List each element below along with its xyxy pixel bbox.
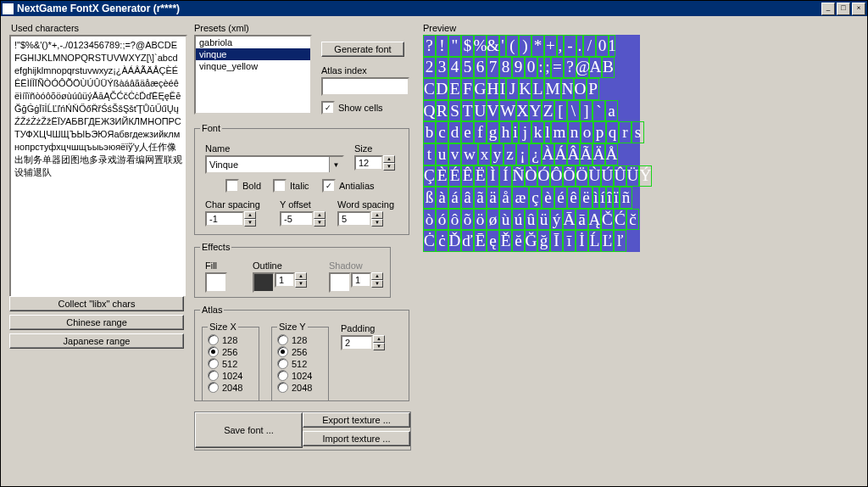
font-name-combo[interactable]: Vinque▼ [205, 155, 344, 174]
font-size-spinner[interactable]: 12 ▲▼ [354, 155, 395, 171]
sizex-1024[interactable]: 1024 [208, 370, 253, 381]
fill-color-swatch[interactable] [205, 272, 227, 293]
italic-checkbox[interactable]: Italic [273, 179, 309, 193]
atlas-cell: ¡ [516, 143, 529, 165]
atlas-index-slider[interactable] [321, 77, 409, 96]
presets-listbox[interactable]: gabriola vinque vinque_yellow [194, 35, 312, 115]
atlas-cell: i [512, 121, 519, 143]
atlas-cell: O [574, 78, 587, 100]
atlas-cell: õ [461, 209, 474, 231]
atlas-cell: ë [580, 187, 593, 209]
save-font-button[interactable]: Save font ... [195, 412, 303, 448]
char-spacing-spinner[interactable]: -1▲▼ [205, 211, 256, 227]
atlas-cell: Ù [588, 165, 601, 188]
shadow-size-spinner[interactable]: 1▲▼ [351, 272, 383, 288]
atlas-cell: e [461, 121, 474, 143]
sizex-group: Size X 128 256 512 1024 2048 [202, 322, 259, 401]
atlas-cell: t [423, 143, 436, 165]
atlas-cell: Ď [448, 230, 461, 252]
import-texture-button[interactable]: Import texture ... [303, 431, 410, 446]
sizey-1024[interactable]: 1024 [277, 370, 323, 381]
atlas-cell: , [557, 35, 564, 57]
presets-label: Presets (xml) [194, 23, 249, 33]
atlas-cell: 5 [461, 57, 474, 79]
chinese-range-button[interactable]: Chinese range [9, 315, 184, 330]
atlas-cell: j [519, 121, 531, 143]
outline-color-swatch[interactable] [253, 272, 275, 293]
atlas-cell: è [542, 187, 554, 209]
close-button[interactable]: × [852, 3, 865, 15]
sizey-128[interactable]: 128 [277, 334, 323, 345]
outline-size-spinner[interactable]: 1▲▼ [275, 272, 307, 288]
minimize-button[interactable]: _ [821, 3, 835, 15]
used-chars-textarea[interactable]: !"$%&'()*+,-./0123456789:;=?@ABCDEFGHIJK… [9, 35, 187, 298]
atlas-cell: x [478, 143, 491, 165]
y-offset-spinner[interactable]: -5▲▼ [280, 211, 326, 227]
atlas-cell: w [461, 143, 478, 165]
atlas-cell: î [606, 187, 613, 209]
atlas-cell: L [531, 78, 544, 100]
export-texture-button[interactable]: Export texture ... [303, 412, 410, 428]
atlas-cell: Č [601, 209, 614, 231]
atlas-cell: ç [529, 187, 542, 209]
atlas-cell: l [544, 121, 551, 143]
maximize-button[interactable]: □ [837, 3, 850, 15]
y-offset-label: Y offset [280, 199, 311, 210]
word-spacing-spinner[interactable]: 5▲▼ [337, 211, 383, 227]
padding-label: Padding [341, 323, 375, 333]
atlas-cell: À [542, 143, 554, 165]
preset-item-selected[interactable]: vinque [196, 48, 310, 60]
preview-atlas: ?!"$%&'()*+,-./01234567890:;=?@ABCDEFGHI… [423, 35, 640, 252]
japanese-range-button[interactable]: Japanese range [9, 333, 184, 349]
sizex-2048[interactable]: 2048 [208, 382, 253, 393]
atlas-cell: s [632, 121, 644, 143]
effects-group: Effects Fill Outline 1▲▼ Shadow 1▲▼ [194, 242, 391, 298]
atlas-cell: k [531, 121, 544, 143]
atlas-cell: ! [436, 35, 448, 57]
atlas-cell: Ć [614, 209, 626, 231]
antialias-checkbox[interactable]: ✓Antialias [322, 179, 375, 193]
generate-font-button[interactable]: Generate font [321, 42, 404, 57]
sizey-512[interactable]: 512 [277, 358, 323, 369]
atlas-cell: æ [512, 187, 529, 209]
save-group: Save font ... Export texture ... Import … [194, 411, 411, 451]
sizey-256[interactable]: 256 [277, 346, 323, 357]
atlas-cell: . [576, 35, 583, 57]
atlas-cell: ę [487, 230, 499, 252]
atlas-cell: + [544, 35, 557, 57]
atlas-cell: á [448, 187, 461, 209]
collect-libx-button[interactable]: Collect "libx" chars [9, 296, 184, 311]
atlas-cell: Ĺ [588, 230, 601, 252]
padding-spinner[interactable]: 2▲▼ [341, 335, 385, 350]
atlas-cell: E [448, 78, 461, 100]
preset-item[interactable]: gabriola [196, 36, 310, 48]
atlas-cell: Ç [423, 165, 436, 188]
char-spacing-label: Char spacing [205, 199, 260, 210]
atlas-cell: \ [567, 100, 580, 122]
atlas-cell: é [554, 187, 567, 209]
atlas-index-label: Atlas index [321, 65, 367, 76]
atlas-cell: č [626, 209, 639, 231]
sizex-256[interactable]: 256 [208, 346, 253, 357]
sizex-128[interactable]: 128 [208, 334, 253, 345]
atlas-cell: & [487, 35, 499, 57]
atlas-cell: ò [423, 209, 436, 231]
sizey-2048[interactable]: 2048 [277, 382, 323, 393]
atlas-cell: D [436, 78, 448, 100]
bold-checkbox[interactable]: Bold [225, 179, 261, 193]
titlebar: NextGame FontX Generator (r****) _ □ × [1, 1, 867, 16]
sizex-512[interactable]: 512 [208, 358, 253, 369]
atlas-cell: ü [537, 209, 550, 231]
atlas-cell: ğ [537, 230, 550, 252]
atlas-cell: Å [605, 143, 618, 165]
shadow-color-swatch[interactable] [329, 272, 351, 293]
atlas-cell: ß [423, 187, 436, 209]
atlas-cell: Ą [588, 209, 601, 231]
atlas-cell: ó [436, 209, 448, 231]
atlas-cell: G [474, 78, 487, 100]
atlas-cell: P [587, 78, 599, 100]
show-cells-checkbox[interactable]: ✓ Show cells [321, 101, 383, 115]
atlas-cell: W [499, 100, 516, 122]
used-chars-label: Used characters [11, 23, 79, 33]
preset-item[interactable]: vinque_yellow [196, 60, 310, 72]
